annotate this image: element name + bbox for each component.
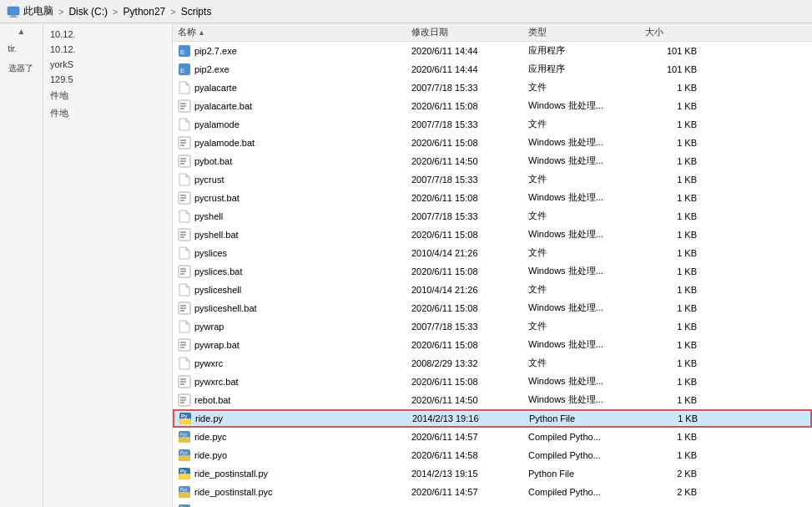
file-name-cell: rebot.bat: [173, 393, 406, 407]
sidebar-item-1[interactable]: tir.: [5, 39, 38, 58]
bat-icon: [178, 375, 191, 388]
address-bar[interactable]: 此电脑 > Disk (C:) > Python27 > Scripts: [0, 0, 812, 23]
file-date: 2007/7/18 15:33: [406, 83, 523, 93]
file-icon: [178, 81, 191, 94]
table-row[interactable]: pysliceshell.bat2020/6/11 15:08Windows 批…: [173, 299, 812, 317]
col-header-name[interactable]: 名称 ▲: [173, 26, 406, 38]
file-name-cell: pycrust: [173, 173, 406, 186]
file-type: Windows 批处理...: [523, 136, 640, 149]
file-name: pycrust.bat: [194, 193, 240, 203]
file-name: ride_postinstall.pyc: [194, 487, 273, 497]
bat-icon: [178, 228, 191, 241]
table-row[interactable]: pybot.bat2020/6/11 14:50Windows 批处理...1 …: [173, 152, 812, 170]
svg-text:Py: Py: [181, 413, 188, 418]
file-name: pycrust: [194, 175, 224, 185]
file-date: 2020/6/11 14:44: [406, 64, 523, 74]
file-date: 2014/2/13 19:16: [407, 413, 524, 423]
file-date: 2008/2/29 13:32: [406, 358, 523, 368]
file-type: Compiled Pytho...: [523, 487, 640, 497]
file-date: 2020/6/11 14:58: [406, 450, 523, 460]
file-name-cell: pysliceshell.bat: [173, 302, 406, 315]
table-row[interactable]: pycrust.bat2020/6/11 15:08Windows 批处理...…: [173, 189, 812, 207]
file-size: 1 KB: [640, 193, 707, 203]
file-name-cell: pyalacarte.bat: [173, 99, 406, 113]
table-row[interactable]: pywxrc2008/2/29 13:32文件1 KB: [173, 354, 812, 373]
file-name-cell: pyslices: [173, 246, 406, 260]
left-panel-item-2[interactable]: 10.12.: [43, 42, 172, 57]
col-header-type[interactable]: 类型: [523, 26, 640, 38]
svg-rect-2: [9, 17, 18, 18]
file-type: Python File: [524, 413, 641, 423]
file-name: pyalacarte.bat: [194, 101, 252, 111]
file-name: pysliceshell: [194, 285, 241, 295]
table-row[interactable]: Epip2.exe2020/6/11 14:44应用程序101 KB: [173, 60, 812, 79]
left-panel-item-4[interactable]: 129.5: [43, 72, 172, 87]
sidebar-item-2[interactable]: 选器了: [5, 59, 38, 78]
file-size: 1 KB: [640, 322, 707, 332]
svg-marker-48: [186, 321, 189, 324]
left-panel-item-3[interactable]: yorkS: [43, 57, 172, 72]
file-type: Compiled Pytho...: [523, 450, 640, 460]
sidebar-arrow-up[interactable]: ▲: [18, 27, 26, 36]
table-row[interactable]: pycrust2007/7/18 15:33文件1 KB: [173, 170, 812, 189]
file-name-cell: Pycride_postinstall.pyc: [173, 485, 406, 499]
breadcrumb-python[interactable]: Python27: [124, 6, 166, 18]
file-area: 名称 ▲ 修改日期 类型 大小 Epip2.7.exe2020/6/11 14:…: [173, 23, 812, 507]
table-row[interactable]: pyalamode2007/7/18 15:33文件1 KB: [173, 115, 812, 134]
file-date: 2020/6/11 15:08: [406, 138, 523, 148]
table-row[interactable]: Pycride_postinstall.pyc2020/6/11 14:57Co…: [173, 483, 812, 501]
table-row[interactable]: pywrap.bat2020/6/11 15:08Windows 批处理...1…: [173, 336, 812, 354]
table-row[interactable]: pywrap2007/7/18 15:33文件1 KB: [173, 317, 812, 336]
file-name-cell: pyshell: [173, 210, 406, 223]
file-name: pyalacarte: [194, 83, 237, 93]
sort-arrow-name: ▲: [198, 28, 205, 37]
file-name: ride_postinstall.py: [194, 469, 268, 479]
file-list: Epip2.7.exe2020/6/11 14:44应用程序101 KBEpip…: [173, 42, 812, 507]
svg-text:E: E: [180, 48, 184, 56]
table-row[interactable]: Pyoride.pyo2020/6/11 14:58Compiled Pytho…: [173, 446, 812, 464]
file-name-cell: pywrap.bat: [173, 338, 406, 352]
file-icon: [178, 173, 191, 186]
file-name: ride.py: [195, 413, 223, 423]
svg-rect-70: [179, 455, 190, 461]
file-name: pip2.7.exe: [194, 46, 237, 56]
table-row[interactable]: Epip2.7.exe2020/6/11 14:44应用程序101 KB: [173, 42, 812, 60]
breadcrumb-scripts[interactable]: Scripts: [181, 6, 212, 18]
table-row[interactable]: pyalamode.bat2020/6/11 15:08Windows 批处理.…: [173, 134, 812, 152]
table-row[interactable]: pyslices2010/4/14 21:26文件1 KB: [173, 244, 812, 262]
table-row[interactable]: rebot.bat2020/6/11 14:50Windows 批处理...1 …: [173, 391, 812, 409]
left-panel-item-5[interactable]: 件地: [43, 87, 172, 104]
file-size: 1 KB: [641, 413, 708, 423]
svg-text:Py: Py: [180, 469, 187, 474]
table-row[interactable]: pysliceshell2010/4/14 21:26文件1 KB: [173, 281, 812, 299]
breadcrumb-sep-2: >: [113, 7, 118, 17]
breadcrumb-pc[interactable]: 此电脑: [23, 4, 53, 18]
table-row[interactable]: pyalacarte2007/7/18 15:33文件1 KB: [173, 79, 812, 97]
left-panel-item-6[interactable]: 件地: [43, 104, 172, 122]
file-type: 文件: [523, 283, 640, 296]
file-size: 1 KB: [640, 138, 707, 148]
table-row[interactable]: pyslices.bat2020/6/11 15:08Windows 批处理..…: [173, 262, 812, 281]
table-row[interactable]: pyalacarte.bat2020/6/11 15:08Windows 批处理…: [173, 97, 812, 115]
file-date: 2020/6/11 14:50: [406, 395, 523, 405]
left-panel-item-1[interactable]: 10.12.: [43, 27, 172, 42]
col-header-size[interactable]: 大小: [640, 26, 707, 38]
table-row[interactable]: Pyride_postinstall.py2014/2/13 19:15Pyth…: [173, 464, 812, 483]
sidebar-label-1: tir.: [8, 44, 18, 53]
table-row[interactable]: Pycride.pyc2020/6/11 14:57Compiled Pytho…: [173, 428, 812, 446]
table-row[interactable]: Pyride.py2014/2/13 19:16Python File1 KB: [173, 409, 812, 428]
table-row[interactable]: pyshell.bat2020/6/11 15:08Windows 批处理...…: [173, 226, 812, 244]
col-header-date[interactable]: 修改日期: [406, 26, 523, 38]
file-date: 2020/6/11 15:08: [406, 101, 523, 111]
table-row[interactable]: Pyoride_postinstall.pyo2020/6/11 14:58Co…: [173, 501, 812, 507]
file-type: 文件: [523, 210, 640, 222]
file-name-cell: pycrust.bat: [173, 191, 406, 205]
breadcrumb-disk[interactable]: Disk (C:): [68, 6, 108, 18]
sidebar-label-2: 选器了: [8, 63, 33, 74]
file-size: 1 KB: [640, 377, 707, 387]
table-row[interactable]: pyshell2007/7/18 15:33文件1 KB: [173, 207, 812, 226]
file-name-cell: pybot.bat: [173, 155, 406, 168]
file-date: 2020/6/11 14:57: [406, 487, 523, 497]
table-row[interactable]: pywxrc.bat2020/6/11 15:08Windows 批处理...1…: [173, 373, 812, 391]
file-size: 1 KB: [640, 211, 707, 221]
